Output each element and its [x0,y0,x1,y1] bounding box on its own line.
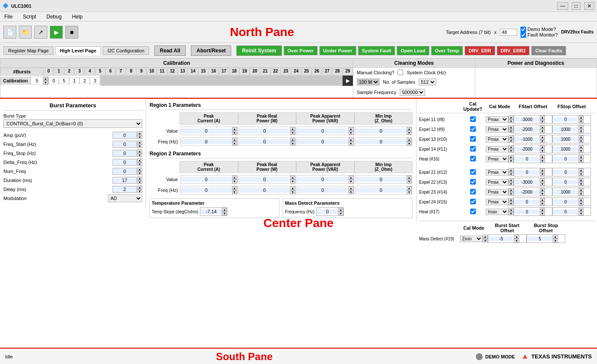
expel-g1-mode-dn-2[interactable]: ▼ [508,139,514,143]
md-mode-dn[interactable]: ▼ [483,239,488,243]
expel-g2-fstart-4-dn[interactable]: ▼ [540,212,545,215]
r2-value-current[interactable] [181,177,232,182]
r1-value-current[interactable] [181,128,232,133]
expel-g1-fstart-1-input[interactable] [514,127,540,132]
r1-frq-ap-up[interactable]: ▲ [349,138,354,142]
expel-g2-fstart-1-up[interactable]: ▲ [540,178,545,182]
expel-g2-fstart-4-input[interactable] [514,209,540,214]
r1-value-min-imp[interactable] [355,128,407,133]
r1-val-rp-dn[interactable]: ▼ [290,131,295,135]
r1-val-ap-dn[interactable]: ▼ [349,131,354,135]
r2-frq-rp-up[interactable]: ▲ [290,186,295,190]
expel-g2-checkbox-0[interactable] [470,169,476,175]
expel-g2-mode-dn-2[interactable]: ▼ [508,192,514,196]
expel-g2-fstart-3-up[interactable]: ▲ [540,198,545,202]
num-freq-input[interactable] [113,168,137,175]
read-all-button[interactable]: Read All [154,46,186,56]
tab-high-level[interactable]: High Level Page [55,46,101,55]
expel-g2-mode-2[interactable]: Pmax [486,189,508,195]
r2-frq-mi-dn[interactable]: ▼ [407,190,412,194]
expel-g2-fstop-0-input[interactable] [553,170,579,175]
r2-frq-mi-up[interactable]: ▲ [407,186,412,190]
expel-g1-fstop-3-dn[interactable]: ▼ [579,149,584,153]
r2-freq-current[interactable] [181,188,232,193]
expel-g1-mode-2[interactable]: Pmax [486,136,508,143]
expel-g1-mode-3[interactable]: Pmax [486,146,508,152]
expel-g2-fstop-4-input[interactable] [553,209,579,214]
expel-g1-mode-dn-4[interactable]: ▼ [508,159,514,163]
freq-start-spinbox[interactable]: ▲▼ [113,140,142,148]
expel-g1-mode-dn-0[interactable]: ▼ [508,119,514,123]
md-bs-up[interactable]: ▲ [514,235,519,239]
expel-g2-fstop-3-up[interactable]: ▲ [579,198,584,202]
expel-g1-fstart-3-dn[interactable]: ▼ [540,149,545,153]
r2-freq-apparent-power[interactable] [297,188,349,193]
expel-g1-fstart-3-up[interactable]: ▲ [540,145,545,149]
r2-val-ap-up[interactable]: ▲ [349,176,354,179]
r2-frq-cur-dn[interactable]: ▼ [232,190,237,194]
expel-g2-fstop-2-input[interactable] [553,190,579,194]
freq-stop-down[interactable]: ▼ [137,153,142,157]
expel-g2-mode-dn-3[interactable]: ▼ [508,202,514,206]
expel-g2-checkbox-4[interactable] [470,209,476,214]
delay-spinbox[interactable]: ▲▼ [113,185,142,193]
tab-register-map[interactable]: Register Map Page [3,46,53,55]
abort-reset-button[interactable]: Abort/Reset [191,46,231,56]
r1-freq-real-power[interactable] [239,139,291,144]
r1-value-real-power[interactable] [239,128,291,133]
duration-spinbox[interactable]: ▲▼ [113,176,142,184]
expel-g1-fstart-0-dn[interactable]: ▼ [540,119,545,123]
expel-g1-fstop-4-dn[interactable]: ▼ [579,159,584,163]
r2-frq-rp-dn[interactable]: ▼ [290,190,295,194]
sample-freq-select[interactable]: 500000 [400,89,425,96]
burst-type-select[interactable]: CONTROL_Burst_Cal_DcBias=0 (0) [3,119,142,128]
cal-spin-down[interactable]: ▼ [43,81,48,85]
maximize-button[interactable]: □ [572,2,581,10]
expel-g2-checkbox-1[interactable] [470,179,476,185]
drv-err-button[interactable]: DRV_ERR [465,46,495,55]
demo-mode-label[interactable]: Demo Mode? [520,27,557,32]
menu-debug[interactable]: Debug [45,13,63,20]
r2-val-rp-dn[interactable]: ▼ [290,179,295,183]
expel-g2-fstop-4-up[interactable]: ▲ [579,208,584,212]
cal-spin-up[interactable]: ▲ [43,77,48,81]
r2-val-cur-up[interactable]: ▲ [232,176,237,179]
temp-slope-input[interactable] [200,209,222,214]
r1-freq-apparent-power[interactable] [297,139,349,144]
expel-g2-fstop-1-dn[interactable]: ▼ [579,182,584,186]
md-bstop-dn[interactable]: ▼ [553,239,558,243]
r1-frq-rp-up[interactable]: ▲ [290,138,295,142]
expel-g1-mode-dn-1[interactable]: ▼ [508,129,514,133]
over-temp-button[interactable]: Over Temp [431,46,463,55]
expel-g2-mode-3[interactable]: Pmax [486,199,508,205]
expel-g1-fstop-4-up[interactable]: ▲ [579,155,584,159]
expel-g2-mode-up-4[interactable]: ▲ [508,208,514,212]
freq-start-up[interactable]: ▲ [137,140,142,144]
expel-g1-fstop-2-dn[interactable]: ▼ [579,139,584,143]
r2-val-ap-dn[interactable]: ▼ [349,179,354,183]
expel-g1-checkbox-3[interactable] [470,146,476,152]
expel-g1-fstop-2-input[interactable] [553,137,579,142]
r1-val-rp-up[interactable]: ▲ [290,127,295,131]
num-freq-spinbox[interactable]: ▲▼ [113,167,142,175]
expel-g1-fstop-1-input[interactable] [553,127,579,132]
mass-detect-cal-mode-select[interactable]: Zmin [460,236,483,242]
expel-g2-checkbox-3[interactable] [470,199,476,204]
expel-g1-fstart-4-dn[interactable]: ▼ [540,159,545,163]
r2-frq-ap-up[interactable]: ▲ [349,186,354,190]
md-bs-dn[interactable]: ▼ [514,239,519,243]
r1-val-ap-up[interactable]: ▲ [349,127,354,131]
expel-g2-fstop-0-up[interactable]: ▲ [579,168,584,172]
r1-val-mi-dn[interactable]: ▼ [407,131,412,135]
freq-stop-input[interactable] [113,150,137,157]
mass-freq-input[interactable] [317,209,338,214]
expel-g2-mode-dn-4[interactable]: ▼ [508,212,514,215]
freq-stop-up[interactable]: ▲ [137,149,142,153]
expel-g1-mode-up-0[interactable]: ▲ [508,115,514,119]
expel-g1-mode-up-3[interactable]: ▲ [508,145,514,149]
expel-g2-fstop-0-dn[interactable]: ▼ [579,172,584,176]
mass-freq-up[interactable]: ▲ [338,208,343,212]
delta-freq-up[interactable]: ▲ [137,158,142,162]
no-samples-select[interactable]: 512 [419,79,436,85]
fault-monitor-label[interactable]: Fault Monitor? [520,32,557,38]
